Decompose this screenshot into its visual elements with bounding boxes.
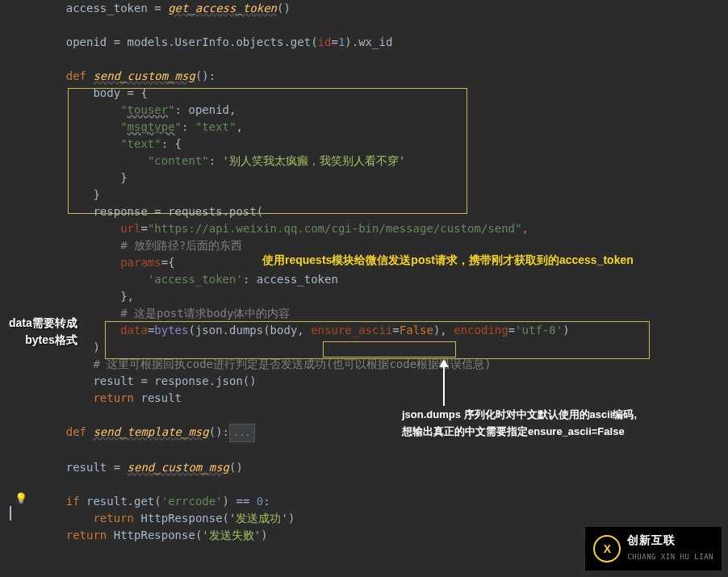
code-line[interactable]: }, [16, 288, 728, 305]
code-line[interactable]: result = response.json() [16, 373, 728, 390]
code-line[interactable]: body = { [16, 85, 728, 102]
annotation-json-dumps: json.dumps 序列化时对中文默认使用的ascii编码, 想输出真正的中文… [402, 406, 637, 440]
code-line[interactable]: "msgtype": "text", [16, 119, 728, 136]
code-line[interactable]: openid = models.UserInfo.objects.get(id=… [16, 34, 728, 51]
code-line[interactable]: } [16, 186, 728, 203]
code-line[interactable] [16, 442, 728, 459]
code-line[interactable]: data=bytes(json.dumps(body, ensure_ascii… [16, 322, 728, 339]
code-line[interactable]: "touser": openid, [16, 102, 728, 119]
code-line[interactable]: ) [16, 339, 728, 356]
code-line[interactable]: "text": { [16, 136, 728, 153]
logo-subtext: CHUANG XIN HU LIAN [627, 549, 713, 566]
logo-text: 创新互联 [627, 532, 713, 549]
code-line[interactable] [16, 51, 728, 68]
annotation-requests: 使用requests模块给微信发送post请求，携带刚才获取到的access_t… [262, 252, 634, 269]
code-line[interactable]: 'access_token': access_token [16, 271, 728, 288]
code-line[interactable]: } [16, 169, 728, 186]
code-editor[interactable]: access_token = get_access_token() openid… [0, 0, 728, 544]
code-line[interactable]: response = requests.post( [16, 203, 728, 220]
annotation-bytes: data需要转成 bytes格式 [9, 315, 77, 349]
lightbulb-icon[interactable]: 💡 [15, 490, 27, 507]
logo-icon: X [593, 535, 621, 562]
brand-logo: X 创新互联 CHUANG XIN HU LIAN [585, 527, 722, 571]
code-line[interactable] [16, 17, 728, 34]
code-line[interactable]: if result.get('errcode') == 0: [16, 493, 728, 510]
code-line[interactable]: result = send_custom_msg() [16, 459, 728, 476]
code-line[interactable]: return HttpResponse('发送成功') [16, 510, 728, 527]
code-line[interactable]: url="https://api.weixin.qq.com/cgi-bin/m… [16, 220, 728, 237]
code-line[interactable]: # 这是post请求body体中的内容 [16, 305, 728, 322]
code-line[interactable] [16, 476, 728, 493]
fold-marker[interactable]: ... [229, 424, 255, 442]
text-caret [10, 506, 11, 521]
code-line[interactable]: return result [16, 390, 728, 407]
code-line[interactable]: def send_custom_msg(): [16, 68, 728, 85]
code-line[interactable]: "content": '别人笑我太疯癫，我笑别人看不穿' [16, 153, 728, 169]
code-line[interactable]: access_token = get_access_token() [16, 0, 728, 17]
code-line[interactable]: # 这里可根据回执code进行判定是否发送成功(也可以根据code根据错误信息) [16, 356, 728, 373]
